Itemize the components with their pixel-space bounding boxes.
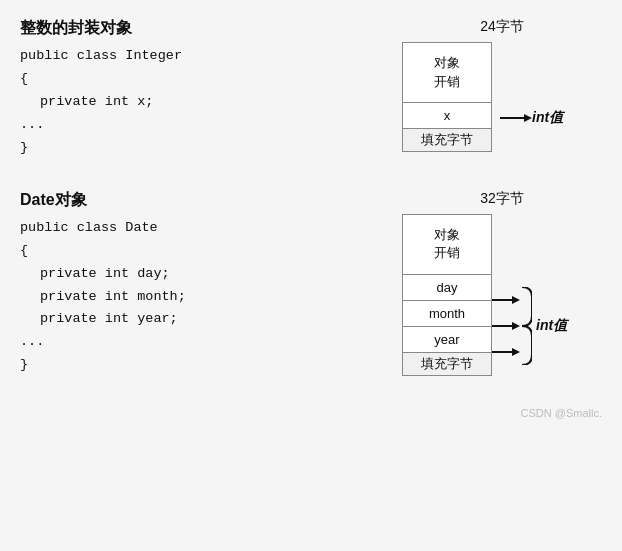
date-memory-box: 对象 开销 day month year 填充字节 [402, 214, 492, 376]
integer-section: 整数的封装对象 public class Integer { private i… [20, 18, 602, 160]
code-line: ... [20, 114, 372, 137]
code-line: public class Integer [20, 45, 372, 68]
integer-bytes: 24字节 [480, 18, 524, 36]
code-line: private int month; [20, 286, 372, 309]
date-code: public class Date { private int day; pri… [20, 217, 372, 378]
mem-cell-overhead-date: 对象 开销 [403, 215, 491, 275]
code-line: { [20, 68, 372, 91]
code-line: } [20, 354, 372, 377]
arrow-icon-year [492, 344, 520, 360]
mem-cell-overhead: 对象 开销 [403, 43, 491, 103]
mem-cell-x: x [403, 103, 491, 129]
brace-icon [520, 287, 532, 365]
svg-marker-7 [512, 348, 520, 356]
date-arrows [492, 287, 520, 365]
mem-cell-padding-date: 填充字节 [403, 353, 491, 375]
integer-int-label: int值 [532, 109, 563, 127]
integer-diagram: 24字节 对象 开销 x 填充字节 [402, 18, 602, 152]
date-box-container: 对象 开销 day month year 填充字节 [402, 214, 567, 376]
watermark: CSDN @Smallc. [20, 407, 602, 419]
integer-code: public class Integer { private int x; ..… [20, 45, 372, 160]
date-code-block: Date对象 public class Date { private int d… [20, 190, 372, 378]
svg-marker-5 [512, 322, 520, 330]
date-bytes: 32字节 [480, 190, 524, 208]
year-arrow-row [492, 339, 520, 365]
svg-marker-3 [512, 296, 520, 304]
date-int-label: int值 [536, 317, 567, 335]
integer-title: 整数的封装对象 [20, 18, 372, 39]
mem-cell-padding: 填充字节 [403, 129, 491, 151]
integer-code-block: 整数的封装对象 public class Integer { private i… [20, 18, 372, 160]
code-line: private int day; [20, 263, 372, 286]
mem-cell-year: year [403, 327, 491, 353]
code-line: } [20, 137, 372, 160]
arrow-icon-month [492, 318, 520, 334]
mem-cell-month: month [403, 301, 491, 327]
mem-cell-day: day [403, 275, 491, 301]
integer-arrow: int值 [500, 109, 563, 127]
date-section: Date对象 public class Date { private int d… [20, 190, 602, 378]
arrow-icon-day [492, 292, 520, 308]
code-line: ... [20, 331, 372, 354]
svg-marker-1 [524, 114, 532, 122]
code-line: private int x; [20, 91, 372, 114]
page: 整数的封装对象 public class Integer { private i… [0, 0, 622, 437]
date-title: Date对象 [20, 190, 372, 211]
code-line: { [20, 240, 372, 263]
arrow-line: int值 [500, 109, 563, 127]
date-diagram: 32字节 对象 开销 day month year 填充字节 [402, 190, 602, 376]
month-arrow-row [492, 313, 520, 339]
date-brace-label: int值 [520, 287, 567, 365]
code-line: private int year; [20, 308, 372, 331]
code-line: public class Date [20, 217, 372, 240]
integer-box-container: 对象 开销 x 填充字节 int值 [402, 42, 563, 152]
integer-memory-box: 对象 开销 x 填充字节 [402, 42, 492, 152]
day-arrow-row [492, 287, 520, 313]
arrow-icon [500, 110, 532, 126]
